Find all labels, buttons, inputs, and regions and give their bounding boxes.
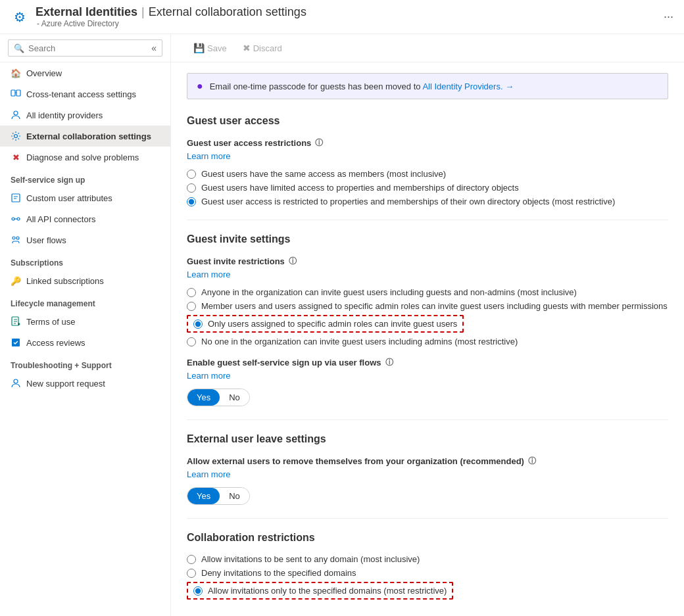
identity-icon <box>11 110 21 120</box>
toggle-no[interactable]: No <box>220 389 249 406</box>
self-service-toggle: Yes No <box>187 389 250 406</box>
collab-restrictions-title: Collaboration restrictions <box>187 532 668 544</box>
guest-access-radio-group: Guest users have the same access as memb… <box>187 169 668 206</box>
save-icon: 💾 <box>193 43 205 53</box>
external-leave-toggle: Yes No <box>187 487 250 505</box>
self-service-info-icon[interactable]: ⓘ <box>385 357 393 368</box>
guest-user-access-section: Guest user access Guest user access rest… <box>187 115 668 206</box>
sidebar-item-label: New support request <box>26 379 105 389</box>
discard-icon: ✖ <box>243 43 251 53</box>
sidebar-item-custom-user-attr[interactable]: Custom user attributes <box>0 187 170 208</box>
content-body: Guest user access Guest user access rest… <box>171 99 684 616</box>
svg-point-5 <box>12 218 14 220</box>
sidebar-item-overview[interactable]: 🏠 Overview <box>0 62 170 83</box>
sidebar-item-diagnose[interactable]: ✖ Diagnose and solve problems <box>0 147 170 168</box>
api-connectors-icon <box>11 214 21 224</box>
subscriptions-icon: 🔑 <box>11 275 21 286</box>
collab-option-3[interactable]: Allow invitations only to the specified … <box>187 582 453 600</box>
guest-invite-radio-4[interactable] <box>187 337 196 346</box>
svg-point-8 <box>16 237 19 239</box>
guest-invite-learn-more[interactable]: Learn more <box>187 270 668 279</box>
sub-directory: - Azure Active Directory <box>36 19 306 28</box>
notification-bar: ● Email one-time passcode for guests has… <box>187 73 668 99</box>
sidebar-item-api-connectors[interactable]: All API connectors <box>0 208 170 229</box>
home-icon: 🏠 <box>11 68 21 78</box>
sidebar-section-subscriptions: Subscriptions <box>0 250 170 270</box>
sidebar-item-label: All API connectors <box>26 214 96 224</box>
search-input[interactable] <box>28 43 147 53</box>
guest-invite-option-1[interactable]: Anyone in the organization can invite gu… <box>187 287 668 297</box>
more-options-icon[interactable]: ··· <box>664 10 673 24</box>
guest-invite-radio-2[interactable] <box>187 302 196 311</box>
invite-info-icon[interactable]: ⓘ <box>289 256 297 267</box>
guest-access-field-label: Guest user access restrictions ⓘ <box>187 137 668 149</box>
guest-access-radio-1[interactable] <box>187 170 196 179</box>
leave-toggle-no[interactable]: No <box>220 488 249 504</box>
guest-invite-option-3[interactable]: Only users assigned to specific admin ro… <box>187 315 464 333</box>
guest-invite-option-4[interactable]: No one in the organization can invite gu… <box>187 337 668 346</box>
collab-restrictions-section: Collaboration restrictions Allow invitat… <box>187 532 668 600</box>
collab-option-2[interactable]: Deny invitations to the specified domain… <box>187 568 668 578</box>
custom-attr-icon <box>11 193 21 203</box>
self-service-label: Enable guest self-service sign up via us… <box>187 357 668 368</box>
collapse-icon[interactable]: « <box>151 43 157 53</box>
sidebar-item-label: Access reviews <box>26 338 86 348</box>
header-title-block: External Identities | External collabora… <box>36 5 306 28</box>
header-divider: | <box>141 5 145 19</box>
notification-link[interactable]: All Identity Providers. <box>422 82 502 91</box>
sidebar-item-label: Custom user attributes <box>26 193 112 203</box>
sidebar-section-lifecycle: Lifecycle management <box>0 291 170 311</box>
svg-point-11 <box>14 379 18 383</box>
save-label: Save <box>207 43 227 53</box>
guest-access-learn-more[interactable]: Learn more <box>187 151 668 161</box>
guest-invite-radio-3[interactable] <box>193 320 203 329</box>
page-title: External collaboration settings <box>149 5 306 19</box>
sidebar-item-user-flows[interactable]: User flows <box>0 229 170 250</box>
notification-arrow: → <box>505 82 514 91</box>
external-leave-info-icon[interactable]: ⓘ <box>528 456 536 467</box>
main-content: 💾 Save ✖ Discard ● Email one-time passco… <box>171 34 684 616</box>
sidebar-item-support-request[interactable]: New support request <box>0 373 170 394</box>
info-icon[interactable]: ⓘ <box>315 137 323 149</box>
sidebar-section-self-service: Self-service sign up <box>0 168 170 187</box>
save-button[interactable]: 💾 Save <box>187 39 233 57</box>
collab-option-1[interactable]: Allow invitations to be sent to any doma… <box>187 554 668 564</box>
user-flows-icon <box>11 235 21 245</box>
search-box[interactable]: 🔍 « <box>8 39 162 57</box>
guest-access-option-3[interactable]: Guest user access is restricted to prope… <box>187 197 668 206</box>
cross-tenant-icon <box>11 89 21 99</box>
sidebar-item-label: Diagnose and solve problems <box>26 153 139 162</box>
svg-point-3 <box>14 135 18 138</box>
sidebar-item-access-reviews[interactable]: Access reviews <box>0 332 170 353</box>
sidebar-item-terms-of-use[interactable]: Terms of use <box>0 311 170 332</box>
sidebar-item-all-identity[interactable]: All identity providers <box>0 105 170 126</box>
collab-radio-2[interactable] <box>187 569 196 578</box>
leave-toggle-yes[interactable]: Yes <box>187 488 220 504</box>
support-icon <box>11 378 21 389</box>
guest-invite-title: Guest invite settings <box>187 233 668 245</box>
collab-radio-3[interactable] <box>193 586 203 596</box>
sidebar-item-linked-subscriptions[interactable]: 🔑 Linked subscriptions <box>0 270 170 291</box>
notification-icon: ● <box>197 80 203 92</box>
sidebar-search-container: 🔍 « <box>0 34 170 62</box>
guest-access-radio-2[interactable] <box>187 183 196 193</box>
collab-radio-1[interactable] <box>187 555 196 564</box>
toggle-yes[interactable]: Yes <box>187 389 220 406</box>
toolbar: 💾 Save ✖ Discard <box>171 34 684 62</box>
guest-invite-section: Guest invite settings Guest invite restr… <box>187 233 668 406</box>
sidebar-item-cross-tenant[interactable]: Cross-tenant access settings <box>0 83 170 105</box>
discard-label: Discard <box>253 43 282 53</box>
guest-access-option-2[interactable]: Guest users have limited access to prope… <box>187 183 668 193</box>
diagnose-icon: ✖ <box>11 152 21 162</box>
collab-restrictions-radio-group: Allow invitations to be sent to any doma… <box>187 554 668 600</box>
app-header: ⚙ External Identities | External collabo… <box>0 0 684 34</box>
app-name: External Identities <box>36 5 137 19</box>
guest-access-option-1[interactable]: Guest users have the same access as memb… <box>187 169 668 179</box>
external-leave-learn-more[interactable]: Learn more <box>187 469 668 479</box>
guest-access-radio-3[interactable] <box>187 197 196 206</box>
guest-invite-option-2[interactable]: Member users and users assigned to speci… <box>187 301 668 311</box>
sidebar-item-external-collab[interactable]: External collaboration settings <box>0 126 170 147</box>
self-service-learn-more[interactable]: Learn more <box>187 371 668 381</box>
discard-button[interactable]: ✖ Discard <box>236 39 289 57</box>
guest-invite-radio-1[interactable] <box>187 288 196 297</box>
